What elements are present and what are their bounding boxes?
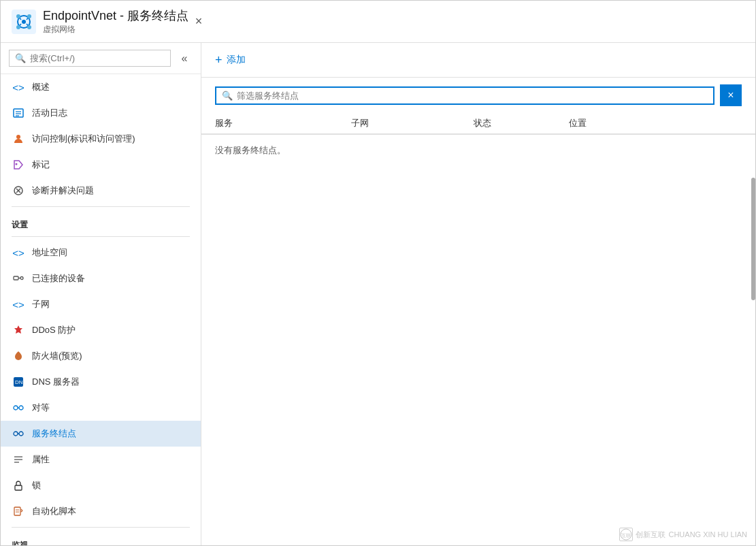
settings-header: 设置 [1,210,201,234]
sidebar-item-service-endpoints[interactable]: 服务终结点 [1,421,201,447]
firewall-icon [12,349,25,363]
automation-icon [12,504,25,518]
filter-clear-button[interactable]: × [720,84,742,106]
activity-log-label: 活动日志 [32,107,67,119]
svg-point-29 [19,432,23,436]
sidebar-search-bar: 🔍 « [1,43,201,74]
svg-rect-35 [14,507,20,515]
column-location: 位置 [569,117,742,129]
window-title: EndpointVnet - 服务终结点 [43,7,188,24]
sidebar-item-diagnose[interactable]: 诊断并解决问题 [1,178,201,204]
sidebar-item-tags[interactable]: 标记 [1,152,201,178]
sidebar-item-address-space[interactable]: <> 地址空间 [1,240,201,266]
svg-point-25 [14,406,18,410]
sidebar-item-peering[interactable]: 对等 [1,395,201,421]
sidebar-item-access-control[interactable]: 访问控制(标识和访问管理) [1,126,201,152]
main-window: EndpointVnet - 服务终结点 虚拟网络 × 🔍 « <> [0,0,756,546]
watermark-subtext: CHUANG XIN HU LIAN [668,530,747,539]
svg-point-16 [16,163,18,165]
title-bar: EndpointVnet - 服务终结点 虚拟网络 × [1,1,755,43]
add-button[interactable]: + 添加 [215,51,246,69]
lock-icon [12,479,25,492]
column-status: 状态 [474,117,569,129]
sidebar-item-overview[interactable]: <> 概述 [1,74,201,100]
lock-label: 锁 [32,479,41,492]
connected-devices-icon [12,272,25,285]
peering-icon [12,401,25,415]
sidebar-scroll: <> 概述 活动日志 访问控制(标识和访问管理) [1,74,201,545]
add-label: 添加 [227,54,246,66]
sidebar-item-activity-log[interactable]: 活动日志 [1,100,201,126]
table-body: 没有服务终结点。 [201,135,755,545]
window-subtitle: 虚拟网络 [43,24,188,35]
ddos-icon [12,323,25,337]
filter-input[interactable] [237,91,708,101]
main-content: + 添加 🔍 × 服务 子网 状态 位置 [201,43,755,545]
svg-point-7 [16,14,20,18]
sidebar-item-connected-devices[interactable]: 已连接的设备 [1,266,201,291]
column-service: 服务 [215,117,351,129]
svg-point-2 [22,20,26,24]
overview-label: 概述 [32,81,50,93]
access-control-icon [12,132,25,146]
filter-row: 🔍 × [201,78,755,113]
svg-text:DNS: DNS [15,379,24,385]
activity-log-icon [12,106,25,120]
sidebar-search-input[interactable] [30,53,165,63]
svg-point-8 [27,14,31,18]
sidebar: 🔍 « <> 概述 活动日志 [1,43,201,545]
subnets-icon: <> [12,298,25,311]
sidebar-search-wrap: 🔍 [9,50,171,67]
subnets-label: 子网 [32,298,50,310]
main-toolbar: + 添加 [201,43,755,78]
svg-point-22 [20,277,23,280]
sidebar-item-dns[interactable]: DNS DNS 服务器 [1,369,201,395]
svg-rect-20 [14,276,18,280]
watermark-text: 创新互联 [636,530,665,540]
svg-point-9 [16,25,20,29]
firewall-label: 防火墙(预览) [32,350,82,362]
overview-icon: <> [12,80,25,94]
tags-icon [12,158,25,172]
diagnose-label: 诊断并解决问题 [32,184,94,197]
svg-point-10 [27,25,31,29]
properties-label: 属性 [32,453,50,466]
collapse-button[interactable]: « [176,50,193,67]
search-icon: 🔍 [15,53,26,63]
service-endpoints-icon [12,427,25,440]
service-endpoints-label: 服务终结点 [32,428,76,440]
svg-line-39 [21,511,22,512]
table-header: 服务 子网 状态 位置 [201,113,755,134]
sidebar-item-firewall[interactable]: 防火墙(预览) [1,343,201,369]
tags-label: 标记 [32,159,50,171]
diagnose-icon [12,184,25,197]
svg-text:互联: 互联 [621,533,631,538]
address-space-icon: <> [12,246,25,259]
connected-devices-label: 已连接的设备 [32,272,85,285]
divider-1 [12,206,190,207]
svg-point-28 [14,432,18,436]
title-text-group: EndpointVnet - 服务终结点 虚拟网络 [43,7,188,35]
add-plus-icon: + [215,54,223,66]
close-button[interactable]: × [188,12,209,32]
sidebar-item-lock[interactable]: 锁 [1,472,201,498]
peering-label: 对等 [32,402,50,414]
svg-point-15 [16,135,20,139]
sidebar-item-automation[interactable]: 自动化脚本 [1,498,201,524]
address-space-label: 地址空间 [32,246,67,259]
sidebar-item-ddos[interactable]: DDoS 防护 [1,317,201,343]
vnet-icon [12,10,36,34]
empty-message: 没有服务终结点。 [215,145,286,155]
sidebar-item-properties[interactable]: 属性 [1,447,201,472]
monitor-header: 监视 [1,530,201,545]
svg-rect-34 [15,485,22,490]
watermark: 互联 创新互联 CHUANG XIN HU LIAN [619,528,747,541]
filter-search-icon: 🔍 [222,91,233,101]
dns-icon: DNS [12,375,25,389]
dns-label: DNS 服务器 [32,376,80,388]
properties-icon [12,453,25,466]
ddos-label: DDoS 防护 [32,324,76,336]
sidebar-item-subnets[interactable]: <> 子网 [1,291,201,317]
divider-3 [12,527,190,528]
column-subnet: 子网 [351,117,474,129]
